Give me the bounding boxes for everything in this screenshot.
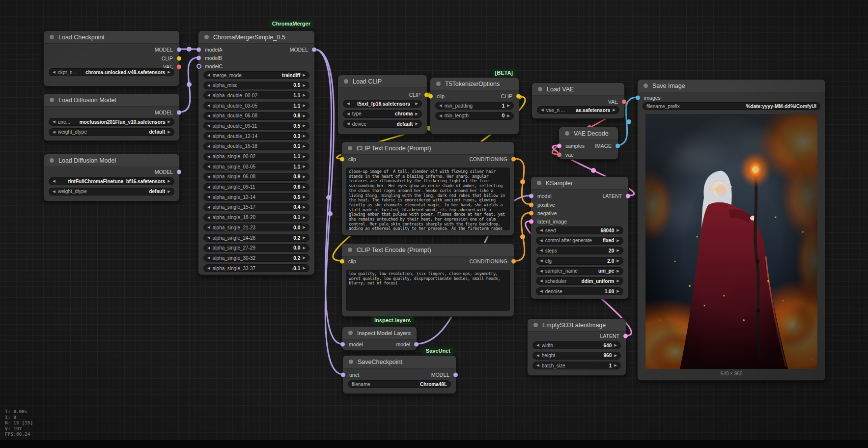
node-vae-decode[interactable]: VAE Decode samples vae IMAGE bbox=[559, 127, 618, 160]
port-dot-vae[interactable] bbox=[622, 100, 626, 104]
increment-arrow[interactable]: ▶ bbox=[616, 226, 619, 234]
decrement-arrow[interactable]: ◀ bbox=[540, 267, 543, 275]
decrement-arrow[interactable]: ◀ bbox=[207, 71, 210, 79]
combo-widget[interactable]: ◀alpha_single_18-200.1▶ bbox=[203, 214, 309, 222]
collapse-dot[interactable] bbox=[50, 35, 54, 39]
increment-arrow[interactable]: ▶ bbox=[168, 188, 170, 196]
combo-widget[interactable]: ◀alpha_single_09-110.6▶ bbox=[203, 183, 309, 191]
decrement-arrow[interactable]: ◀ bbox=[347, 100, 350, 108]
increment-arrow[interactable]: ▶ bbox=[303, 224, 306, 231]
increment-arrow[interactable]: ▶ bbox=[303, 244, 306, 252]
combo-widget[interactable]: ◀height960▶ bbox=[532, 352, 621, 360]
combo-widget[interactable]: ◀alpha_single_27-290.0▶ bbox=[203, 244, 309, 252]
increment-arrow[interactable]: ▶ bbox=[303, 254, 306, 262]
increment-arrow[interactable]: ▶ bbox=[303, 132, 306, 140]
port-dot-vae[interactable] bbox=[557, 153, 561, 157]
decrement-arrow[interactable]: ◀ bbox=[347, 110, 350, 118]
port-dot-model[interactable] bbox=[414, 342, 419, 347]
increment-arrow[interactable]: ▶ bbox=[614, 341, 617, 349]
text-widget[interactable]: ◀filenameChroma48L▶ bbox=[348, 380, 451, 388]
decrement-arrow[interactable]: ◀ bbox=[540, 226, 543, 234]
combo-widget[interactable]: ◀cfg2.0▶ bbox=[536, 257, 623, 265]
port-dot-model[interactable] bbox=[196, 56, 201, 60]
increment-arrow[interactable]: ▶ bbox=[614, 362, 617, 369]
combo-widget[interactable]: ◀alpha_double_03-051.1▶ bbox=[203, 102, 309, 110]
increment-arrow[interactable]: ▶ bbox=[303, 71, 306, 79]
increment-arrow[interactable]: ▶ bbox=[303, 214, 306, 222]
decrement-arrow[interactable]: ◀ bbox=[207, 203, 210, 211]
increment-arrow[interactable]: ▶ bbox=[303, 102, 306, 110]
combo-widget[interactable]: ◀devicedefault▶ bbox=[343, 120, 422, 128]
combo-widget[interactable]: ◀control after generatefixed▶ bbox=[536, 237, 623, 245]
increment-arrow[interactable]: ▶ bbox=[303, 234, 306, 242]
port-dot-clip[interactable] bbox=[516, 94, 521, 99]
collapse-dot[interactable] bbox=[538, 87, 542, 91]
combo-widget[interactable]: ◀vae_n ...ae.safetensors▶ bbox=[537, 106, 619, 114]
increment-arrow[interactable]: ▶ bbox=[303, 122, 306, 130]
decrement-arrow[interactable]: ◀ bbox=[540, 247, 543, 254]
increment-arrow[interactable]: ▶ bbox=[616, 277, 619, 285]
combo-widget[interactable]: ◀schedulerddim_uniform▶ bbox=[536, 277, 623, 285]
node-load-checkpoint[interactable]: Load Checkpoint MODEL CLIP VAE ◀ckpt_n .… bbox=[43, 30, 180, 86]
collapse-dot[interactable] bbox=[349, 360, 353, 364]
port-dot-model[interactable] bbox=[177, 170, 181, 174]
collapse-dot[interactable] bbox=[644, 84, 648, 88]
port-dot-model[interactable] bbox=[453, 373, 458, 377]
decrement-arrow[interactable]: ◀ bbox=[207, 82, 210, 89]
increment-arrow[interactable]: ▶ bbox=[616, 257, 619, 265]
decrement-arrow[interactable]: ◀ bbox=[536, 352, 539, 360]
node-clip-text-encode-positive[interactable]: CLIP Text Encode (Prompt) clip CONDITION… bbox=[341, 141, 514, 236]
port-dot-latent[interactable] bbox=[623, 334, 628, 338]
increment-arrow[interactable]: ▶ bbox=[168, 68, 170, 76]
node-load-diffusion-model-1[interactable]: Load Diffusion Model MODEL ◀une...moefus… bbox=[43, 93, 180, 141]
port-dot-latent[interactable] bbox=[557, 144, 561, 148]
decrement-arrow[interactable]: ◀ bbox=[207, 183, 210, 191]
increment-arrow[interactable]: ▶ bbox=[415, 110, 418, 118]
combo-widget[interactable]: ◀alpha_single_15-170.4▶ bbox=[203, 203, 309, 211]
increment-arrow[interactable]: ▶ bbox=[616, 287, 619, 295]
combo-widget[interactable]: ◀denoise1.00▶ bbox=[536, 287, 623, 295]
decrement-arrow[interactable]: ◀ bbox=[207, 112, 210, 120]
combo-widget[interactable]: ◀weight_dtypedefault▶ bbox=[49, 128, 174, 136]
decrement-arrow[interactable]: ◀ bbox=[207, 254, 210, 262]
port-dot-conditioning[interactable] bbox=[511, 157, 516, 162]
combo-widget[interactable]: ◀typechroma▶ bbox=[343, 110, 422, 118]
port-dot-model[interactable] bbox=[177, 48, 181, 52]
increment-arrow[interactable]: ▶ bbox=[303, 203, 306, 211]
collapse-dot[interactable] bbox=[533, 323, 538, 327]
decrement-arrow[interactable]: ◀ bbox=[536, 341, 539, 349]
node-load-vae[interactable]: Load VAE VAE ◀vae_n ...ae.safetensors▶ bbox=[532, 83, 625, 119]
collapse-dot[interactable] bbox=[204, 35, 209, 39]
decrement-arrow[interactable]: ◀ bbox=[207, 122, 210, 130]
combo-widget[interactable]: ◀steps20▶ bbox=[536, 247, 623, 254]
decrement-arrow[interactable]: ◀ bbox=[207, 91, 210, 99]
port-dot-clip[interactable] bbox=[340, 157, 344, 162]
port-dot-model[interactable] bbox=[312, 48, 316, 52]
port-dot-model[interactable] bbox=[529, 194, 533, 198]
combo-widget[interactable]: ◀.tintFullChromaFinetune_bf16.safetensor… bbox=[49, 177, 174, 185]
combo-widget[interactable]: ◀seed68040▶ bbox=[536, 226, 623, 234]
combo-widget[interactable]: ◀alpha_single_06-080.9▶ bbox=[203, 173, 309, 181]
decrement-arrow[interactable]: ◀ bbox=[207, 264, 210, 272]
decrement-arrow[interactable]: ◀ bbox=[207, 153, 210, 161]
decrement-arrow[interactable]: ◀ bbox=[207, 163, 210, 170]
node-load-clip[interactable]: Load CLIP CLIP ◀t5xxl_fp16.safetensors▶◀… bbox=[337, 75, 427, 135]
decrement-arrow[interactable]: ◀ bbox=[207, 193, 210, 201]
decrement-arrow[interactable]: ◀ bbox=[536, 362, 539, 369]
decrement-arrow[interactable]: ◀ bbox=[207, 224, 210, 231]
increment-arrow[interactable]: ▶ bbox=[616, 237, 619, 245]
combo-widget[interactable]: ◀alpha_single_30-320.2▶ bbox=[203, 254, 309, 262]
collapse-dot[interactable] bbox=[50, 158, 54, 163]
collapse-dot[interactable] bbox=[344, 79, 348, 84]
port-dot-model[interactable] bbox=[340, 342, 345, 347]
node-load-diffusion-model-2[interactable]: Load Diffusion Model MODEL ◀.tintFullChr… bbox=[43, 154, 180, 201]
text-widget[interactable]: ◀filename_prefix%date:yyyy-MM-dd%/ComfyU… bbox=[643, 102, 820, 110]
port-dot-conditioning[interactable] bbox=[529, 211, 533, 216]
combo-widget[interactable]: ◀alpha_single_33-37-0.1▶ bbox=[203, 264, 309, 272]
combo-widget[interactable]: ◀sampler_nameuni_pc▶ bbox=[536, 267, 623, 275]
increment-arrow[interactable]: ▶ bbox=[613, 106, 616, 114]
combo-widget[interactable]: ◀alpha_double_09-110.5▶ bbox=[203, 122, 309, 130]
combo-widget[interactable]: ◀alpha_single_00-021.1▶ bbox=[203, 153, 309, 161]
collapse-dot[interactable] bbox=[436, 82, 441, 86]
decrement-arrow[interactable]: ◀ bbox=[53, 177, 56, 185]
